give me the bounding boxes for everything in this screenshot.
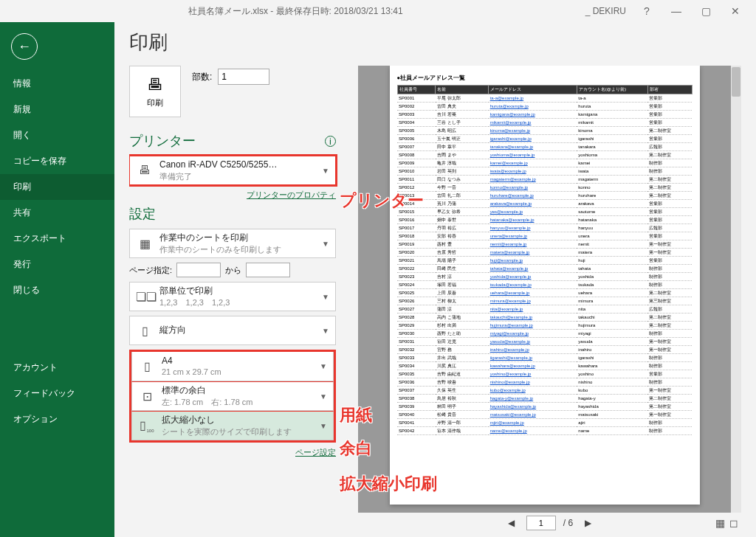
- help-button[interactable]: ?: [632, 5, 662, 17]
- page-from-input[interactable]: [176, 263, 221, 277]
- nav-feedback[interactable]: フィードバック: [0, 381, 114, 406]
- page-total: / 6: [563, 518, 573, 528]
- printer-dropdown[interactable]: 🖶 Canon iR-ADV C5250/5255… 準備完了 ▼: [129, 156, 336, 185]
- back-button[interactable]: ←: [11, 33, 38, 60]
- zoom-to-page-button[interactable]: ◻: [729, 517, 738, 529]
- chevron-down-icon: ▼: [320, 422, 327, 430]
- nav-share[interactable]: 共有: [0, 200, 114, 226]
- collate-dropdown[interactable]: ❏❏ 部単位で印刷1,2,3 1,2,3 1,2,3 ▼: [129, 282, 336, 311]
- orientation-dropdown[interactable]: ▯ 縦方向 ▼: [129, 316, 336, 345]
- next-page-button[interactable]: ▶: [580, 518, 596, 528]
- chevron-down-icon: ▼: [322, 327, 329, 335]
- page-navigator: ◀ / 6 ▶ ▦ ◻: [358, 513, 741, 533]
- chevron-down-icon: ▼: [320, 362, 327, 370]
- page-title: 印刷: [129, 30, 741, 55]
- show-margins-button[interactable]: ▦: [715, 517, 725, 529]
- maximize-button[interactable]: ▢: [691, 5, 721, 17]
- nav-open[interactable]: 開く: [0, 122, 114, 148]
- user-name: _ DEKIRU: [585, 6, 626, 16]
- page-number-input[interactable]: [526, 516, 556, 530]
- settings-section-label: 設定: [129, 205, 336, 223]
- margins-dropdown[interactable]: ⊡ 標準の余白左: 1.78 cm 右: 1.78 cm ▼: [131, 381, 334, 411]
- copies-label: 部数:: [192, 71, 212, 83]
- printer-section-label: プリンター i: [129, 132, 336, 150]
- chevron-down-icon: ▼: [322, 293, 329, 301]
- printer-status-icon: 🖶: [136, 164, 154, 177]
- portrait-icon: ▯: [136, 324, 154, 338]
- prev-page-button[interactable]: ◀: [504, 518, 519, 528]
- paper-icon: ▯: [138, 359, 156, 373]
- sheet-icon: ▦: [136, 237, 154, 251]
- nav-save-copy[interactable]: コピーを保存: [0, 148, 114, 174]
- nav-close[interactable]: 閉じる: [0, 277, 114, 303]
- nav-options[interactable]: オプション: [0, 406, 114, 432]
- printer-properties-link[interactable]: プリンターのプロパティ: [129, 190, 336, 201]
- print-what-dropdown[interactable]: ▦ 作業中のシートを印刷作業中のシートのみを印刷します ▼: [129, 229, 336, 258]
- minimize-button[interactable]: —: [662, 5, 691, 17]
- printer-icon: 🖶: [147, 75, 163, 94]
- page-to-input[interactable]: [246, 263, 290, 277]
- scaling-dropdown[interactable]: ▯100 拡大縮小なしシートを実際のサイズで印刷します ▼: [131, 411, 334, 440]
- nav-account[interactable]: アカウント: [0, 355, 114, 381]
- info-icon[interactable]: i: [325, 136, 336, 147]
- preview-scrollbar[interactable]: [731, 66, 741, 513]
- nav-info[interactable]: 情報: [0, 71, 114, 97]
- paper-size-dropdown[interactable]: ▯ A421 cm x 29.7 cm ▼: [131, 352, 334, 381]
- chevron-down-icon: ▼: [320, 392, 327, 401]
- nav-publish[interactable]: 発行: [0, 252, 114, 277]
- print-button[interactable]: 🖶 印刷: [129, 66, 181, 117]
- preview-table: 社員番号名前メールアドレスアカウント名(@より前)部署SP0001平尾 弥太郎t…: [397, 85, 693, 435]
- page-spec-label: ページ指定:: [129, 265, 172, 276]
- page-setup-link[interactable]: ページ設定: [129, 447, 336, 458]
- copies-input[interactable]: [218, 69, 269, 85]
- preview-page: ●社員メールアドレス一覧 社員番号名前メールアドレスアカウント名(@より前)部署…: [390, 66, 700, 505]
- doc-title: 社員名簿メール.xlsx - 最終保存日時: 2018/03/21 13:41: [6, 5, 585, 18]
- backstage-sidebar: ← 情報 新規 開く コピーを保存 印刷 共有 エクスポート 発行 閉じる アカ…: [0, 22, 114, 537]
- nav-export[interactable]: エクスポート: [0, 226, 114, 252]
- print-preview: ●社員メールアドレス一覧 社員番号名前メールアドレスアカウント名(@より前)部署…: [358, 66, 741, 513]
- close-button[interactable]: ✕: [721, 5, 750, 17]
- margins-icon: ⊡: [138, 389, 156, 403]
- chevron-down-icon: ▼: [322, 167, 329, 175]
- nav-print[interactable]: 印刷: [0, 174, 114, 200]
- chevron-down-icon: ▼: [322, 240, 329, 248]
- nav-new[interactable]: 新規: [0, 97, 114, 122]
- titlebar: 社員名簿メール.xlsx - 最終保存日時: 2018/03/21 13:41 …: [0, 0, 756, 22]
- scaling-icon: ▯100: [138, 418, 156, 433]
- collate-icon: ❏❏: [136, 290, 154, 304]
